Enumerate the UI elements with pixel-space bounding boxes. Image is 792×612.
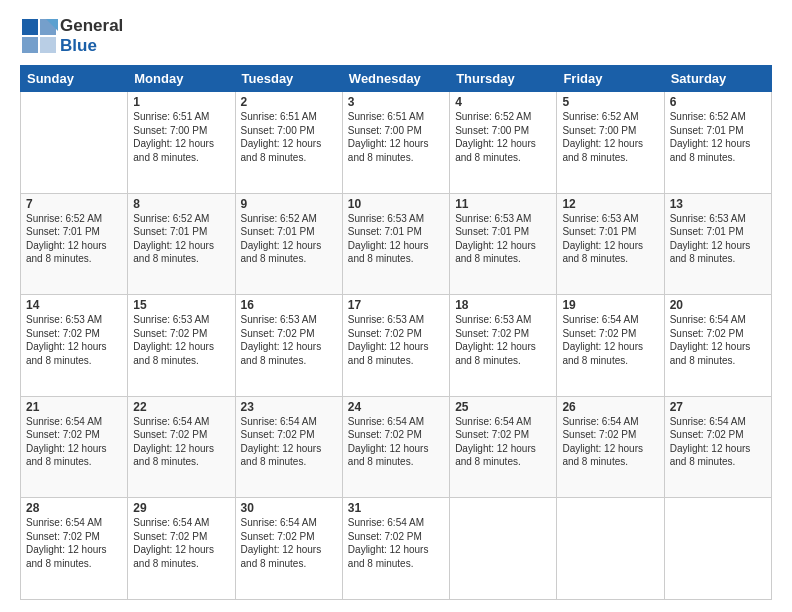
sunset-label: Sunset: 7:00 PM — [348, 125, 422, 136]
calendar-day-cell: 5 Sunrise: 6:52 AM Sunset: 7:00 PM Dayli… — [557, 92, 664, 194]
day-info: Sunrise: 6:53 AM Sunset: 7:01 PM Dayligh… — [348, 212, 444, 266]
day-number: 14 — [26, 298, 122, 312]
sunset-label: Sunset: 7:02 PM — [133, 328, 207, 339]
calendar-day-cell: 24 Sunrise: 6:54 AM Sunset: 7:02 PM Dayl… — [342, 396, 449, 498]
day-number: 13 — [670, 197, 766, 211]
calendar-day-cell — [21, 92, 128, 194]
day-info: Sunrise: 6:54 AM Sunset: 7:02 PM Dayligh… — [670, 313, 766, 367]
day-info: Sunrise: 6:54 AM Sunset: 7:02 PM Dayligh… — [562, 313, 658, 367]
sunset-label: Sunset: 7:02 PM — [133, 429, 207, 440]
header: General Blue — [20, 16, 772, 55]
day-info: Sunrise: 6:52 AM Sunset: 7:01 PM Dayligh… — [241, 212, 337, 266]
sunrise-label: Sunrise: 6:54 AM — [133, 416, 209, 427]
day-info: Sunrise: 6:54 AM Sunset: 7:02 PM Dayligh… — [670, 415, 766, 469]
day-info: Sunrise: 6:53 AM Sunset: 7:02 PM Dayligh… — [455, 313, 551, 367]
sunrise-label: Sunrise: 6:54 AM — [133, 517, 209, 528]
sunrise-label: Sunrise: 6:54 AM — [348, 517, 424, 528]
day-number: 7 — [26, 197, 122, 211]
calendar-day-cell: 6 Sunrise: 6:52 AM Sunset: 7:01 PM Dayli… — [664, 92, 771, 194]
day-number: 29 — [133, 501, 229, 515]
calendar-day-cell: 29 Sunrise: 6:54 AM Sunset: 7:02 PM Dayl… — [128, 498, 235, 600]
calendar-day-cell: 30 Sunrise: 6:54 AM Sunset: 7:02 PM Dayl… — [235, 498, 342, 600]
logo-icon — [20, 17, 58, 55]
calendar-header-row: SundayMondayTuesdayWednesdayThursdayFrid… — [21, 66, 772, 92]
day-of-week-header: Thursday — [450, 66, 557, 92]
calendar-day-cell: 31 Sunrise: 6:54 AM Sunset: 7:02 PM Dayl… — [342, 498, 449, 600]
daylight-label: Daylight: 12 hours and 8 minutes. — [562, 240, 643, 265]
day-number: 11 — [455, 197, 551, 211]
daylight-label: Daylight: 12 hours and 8 minutes. — [562, 138, 643, 163]
daylight-label: Daylight: 12 hours and 8 minutes. — [26, 443, 107, 468]
calendar-day-cell: 9 Sunrise: 6:52 AM Sunset: 7:01 PM Dayli… — [235, 193, 342, 295]
sunset-label: Sunset: 7:01 PM — [670, 226, 744, 237]
sunrise-label: Sunrise: 6:52 AM — [455, 111, 531, 122]
day-number: 24 — [348, 400, 444, 414]
day-info: Sunrise: 6:54 AM Sunset: 7:02 PM Dayligh… — [133, 415, 229, 469]
sunrise-label: Sunrise: 6:54 AM — [562, 314, 638, 325]
calendar-day-cell: 18 Sunrise: 6:53 AM Sunset: 7:02 PM Dayl… — [450, 295, 557, 397]
day-number: 15 — [133, 298, 229, 312]
calendar-day-cell — [450, 498, 557, 600]
calendar-day-cell: 13 Sunrise: 6:53 AM Sunset: 7:01 PM Dayl… — [664, 193, 771, 295]
logo: General Blue — [20, 16, 123, 55]
day-of-week-header: Monday — [128, 66, 235, 92]
day-of-week-header: Wednesday — [342, 66, 449, 92]
daylight-label: Daylight: 12 hours and 8 minutes. — [348, 443, 429, 468]
day-info: Sunrise: 6:53 AM Sunset: 7:01 PM Dayligh… — [562, 212, 658, 266]
daylight-label: Daylight: 12 hours and 8 minutes. — [133, 341, 214, 366]
sunset-label: Sunset: 7:02 PM — [348, 531, 422, 542]
daylight-label: Daylight: 12 hours and 8 minutes. — [241, 138, 322, 163]
sunrise-label: Sunrise: 6:53 AM — [670, 213, 746, 224]
day-info: Sunrise: 6:52 AM Sunset: 7:01 PM Dayligh… — [670, 110, 766, 164]
daylight-label: Daylight: 12 hours and 8 minutes. — [26, 240, 107, 265]
sunrise-label: Sunrise: 6:53 AM — [455, 314, 531, 325]
sunset-label: Sunset: 7:02 PM — [562, 429, 636, 440]
daylight-label: Daylight: 12 hours and 8 minutes. — [241, 240, 322, 265]
day-info: Sunrise: 6:51 AM Sunset: 7:00 PM Dayligh… — [348, 110, 444, 164]
calendar-day-cell: 8 Sunrise: 6:52 AM Sunset: 7:01 PM Dayli… — [128, 193, 235, 295]
calendar-day-cell: 4 Sunrise: 6:52 AM Sunset: 7:00 PM Dayli… — [450, 92, 557, 194]
sunset-label: Sunset: 7:02 PM — [670, 429, 744, 440]
sunrise-label: Sunrise: 6:54 AM — [26, 416, 102, 427]
daylight-label: Daylight: 12 hours and 8 minutes. — [133, 240, 214, 265]
calendar-week-row: 21 Sunrise: 6:54 AM Sunset: 7:02 PM Dayl… — [21, 396, 772, 498]
daylight-label: Daylight: 12 hours and 8 minutes. — [670, 240, 751, 265]
day-of-week-header: Sunday — [21, 66, 128, 92]
sunset-label: Sunset: 7:02 PM — [348, 328, 422, 339]
day-info: Sunrise: 6:51 AM Sunset: 7:00 PM Dayligh… — [133, 110, 229, 164]
calendar-day-cell — [664, 498, 771, 600]
daylight-label: Daylight: 12 hours and 8 minutes. — [670, 443, 751, 468]
day-number: 19 — [562, 298, 658, 312]
day-info: Sunrise: 6:54 AM Sunset: 7:02 PM Dayligh… — [26, 516, 122, 570]
daylight-label: Daylight: 12 hours and 8 minutes. — [562, 341, 643, 366]
calendar-week-row: 7 Sunrise: 6:52 AM Sunset: 7:01 PM Dayli… — [21, 193, 772, 295]
sunset-label: Sunset: 7:02 PM — [455, 429, 529, 440]
sunrise-label: Sunrise: 6:53 AM — [241, 314, 317, 325]
day-number: 4 — [455, 95, 551, 109]
sunset-label: Sunset: 7:02 PM — [241, 531, 315, 542]
day-of-week-header: Saturday — [664, 66, 771, 92]
daylight-label: Daylight: 12 hours and 8 minutes. — [133, 138, 214, 163]
day-number: 27 — [670, 400, 766, 414]
daylight-label: Daylight: 12 hours and 8 minutes. — [455, 138, 536, 163]
calendar-day-cell: 19 Sunrise: 6:54 AM Sunset: 7:02 PM Dayl… — [557, 295, 664, 397]
day-info: Sunrise: 6:54 AM Sunset: 7:02 PM Dayligh… — [241, 516, 337, 570]
sunset-label: Sunset: 7:02 PM — [26, 328, 100, 339]
calendar-day-cell: 15 Sunrise: 6:53 AM Sunset: 7:02 PM Dayl… — [128, 295, 235, 397]
sunset-label: Sunset: 7:02 PM — [241, 328, 315, 339]
sunset-label: Sunset: 7:00 PM — [133, 125, 207, 136]
logo-blue-text: Blue — [60, 36, 123, 56]
calendar-day-cell: 27 Sunrise: 6:54 AM Sunset: 7:02 PM Dayl… — [664, 396, 771, 498]
sunrise-label: Sunrise: 6:53 AM — [26, 314, 102, 325]
sunrise-label: Sunrise: 6:51 AM — [241, 111, 317, 122]
calendar-day-cell: 23 Sunrise: 6:54 AM Sunset: 7:02 PM Dayl… — [235, 396, 342, 498]
calendar-day-cell: 12 Sunrise: 6:53 AM Sunset: 7:01 PM Dayl… — [557, 193, 664, 295]
sunset-label: Sunset: 7:01 PM — [455, 226, 529, 237]
day-number: 1 — [133, 95, 229, 109]
day-info: Sunrise: 6:54 AM Sunset: 7:02 PM Dayligh… — [133, 516, 229, 570]
sunrise-label: Sunrise: 6:54 AM — [670, 314, 746, 325]
day-info: Sunrise: 6:53 AM Sunset: 7:02 PM Dayligh… — [26, 313, 122, 367]
day-info: Sunrise: 6:53 AM Sunset: 7:02 PM Dayligh… — [133, 313, 229, 367]
page: General Blue SundayMondayTuesdayWednesda… — [0, 0, 792, 612]
day-number: 17 — [348, 298, 444, 312]
